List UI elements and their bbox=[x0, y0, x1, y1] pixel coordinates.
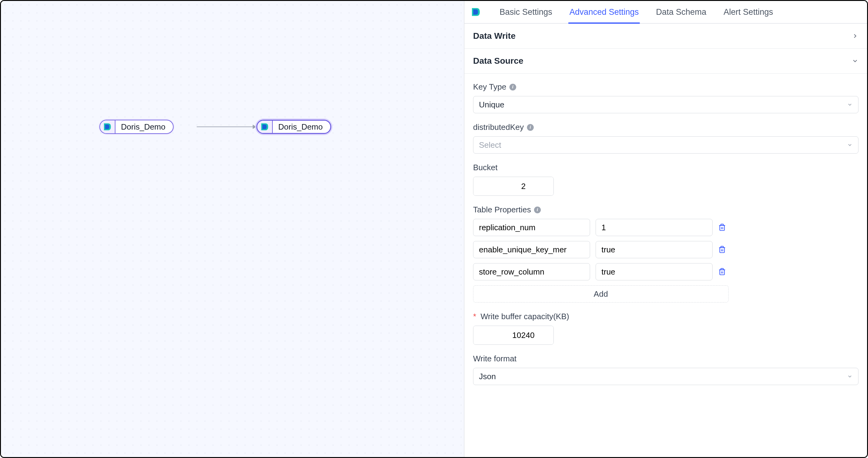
key-type-select[interactable]: Unique bbox=[473, 96, 859, 113]
info-icon[interactable]: i bbox=[527, 124, 534, 131]
bucket-input-wrap bbox=[473, 177, 554, 196]
doris-icon bbox=[257, 121, 273, 133]
field-table-properties: Table Properties i bbox=[473, 205, 859, 303]
bucket-label: Bucket bbox=[473, 163, 498, 172]
add-property-button[interactable]: Add bbox=[473, 285, 728, 303]
write-format-value: Json bbox=[479, 372, 496, 381]
node-sink-label: Doris_Demo bbox=[273, 122, 323, 132]
table-property-row bbox=[473, 263, 859, 280]
field-bucket: Bucket bbox=[473, 163, 859, 196]
table-property-row bbox=[473, 219, 859, 236]
distributed-key-placeholder: Select bbox=[479, 140, 501, 150]
write-buffer-label: Write buffer capacity(KB) bbox=[480, 312, 569, 321]
doris-logo-icon bbox=[471, 7, 481, 17]
svg-rect-3 bbox=[720, 248, 724, 253]
property-key-input[interactable] bbox=[479, 264, 584, 280]
section-data-write-title: Data Write bbox=[473, 31, 516, 41]
edge bbox=[197, 126, 256, 127]
delete-row-button[interactable] bbox=[718, 268, 726, 276]
property-value-input[interactable] bbox=[601, 264, 707, 280]
table-property-row bbox=[473, 241, 859, 258]
section-data-source-header[interactable]: Data Source bbox=[464, 49, 867, 73]
tab-basic-settings[interactable]: Basic Settings bbox=[498, 1, 553, 23]
field-key-type: Key Type i Unique bbox=[473, 82, 859, 113]
node-source-label: Doris_Demo bbox=[116, 122, 165, 132]
section-data-write-header[interactable]: Data Write bbox=[464, 24, 867, 49]
doris-icon bbox=[100, 120, 116, 133]
pipeline-canvas[interactable]: Doris_Demo Doris_Demo bbox=[1, 1, 464, 457]
section-data-source-body: Key Type i Unique distributedKey i Selec… bbox=[464, 73, 867, 394]
property-key-input[interactable] bbox=[479, 219, 584, 236]
chevron-down-icon bbox=[847, 142, 852, 148]
delete-row-button[interactable] bbox=[718, 223, 726, 232]
key-type-label: Key Type bbox=[473, 82, 506, 92]
bucket-input[interactable] bbox=[473, 177, 554, 195]
tab-alert-settings[interactable]: Alert Settings bbox=[722, 1, 774, 23]
info-icon[interactable]: i bbox=[509, 84, 516, 91]
tab-advanced-settings[interactable]: Advanced Settings bbox=[568, 1, 640, 23]
svg-rect-0 bbox=[720, 225, 724, 231]
write-buffer-input-wrap bbox=[473, 326, 554, 345]
table-properties-label: Table Properties bbox=[473, 205, 531, 215]
tab-data-schema[interactable]: Data Schema bbox=[655, 1, 708, 23]
property-key-input[interactable] bbox=[479, 241, 584, 258]
settings-tabs: Basic Settings Advanced Settings Data Sc… bbox=[464, 1, 867, 24]
svg-rect-6 bbox=[720, 270, 724, 275]
chevron-down-icon bbox=[847, 374, 852, 379]
required-marker: * bbox=[473, 312, 476, 321]
field-write-buffer: * Write buffer capacity(KB) bbox=[473, 312, 859, 345]
write-buffer-input[interactable] bbox=[473, 326, 554, 344]
property-value-input[interactable] bbox=[601, 219, 707, 236]
field-write-format: Write format Json bbox=[473, 354, 859, 385]
key-type-value: Unique bbox=[479, 100, 504, 110]
settings-panel: Basic Settings Advanced Settings Data Sc… bbox=[464, 1, 867, 457]
chevron-down-icon bbox=[847, 102, 852, 108]
add-property-label: Add bbox=[594, 289, 608, 299]
chevron-right-icon bbox=[852, 33, 859, 39]
node-sink[interactable]: Doris_Demo bbox=[256, 120, 331, 134]
field-distributed-key: distributedKey i Select bbox=[473, 122, 859, 154]
write-format-select[interactable]: Json bbox=[473, 368, 859, 385]
section-data-source-title: Data Source bbox=[473, 56, 523, 66]
info-icon[interactable]: i bbox=[534, 207, 541, 213]
write-format-label: Write format bbox=[473, 354, 517, 364]
distributed-key-select[interactable]: Select bbox=[473, 136, 859, 154]
chevron-down-icon bbox=[852, 58, 859, 64]
property-value-input[interactable] bbox=[601, 241, 707, 258]
distributed-key-label: distributedKey bbox=[473, 122, 524, 132]
delete-row-button[interactable] bbox=[718, 246, 726, 254]
node-source[interactable]: Doris_Demo bbox=[99, 120, 174, 134]
